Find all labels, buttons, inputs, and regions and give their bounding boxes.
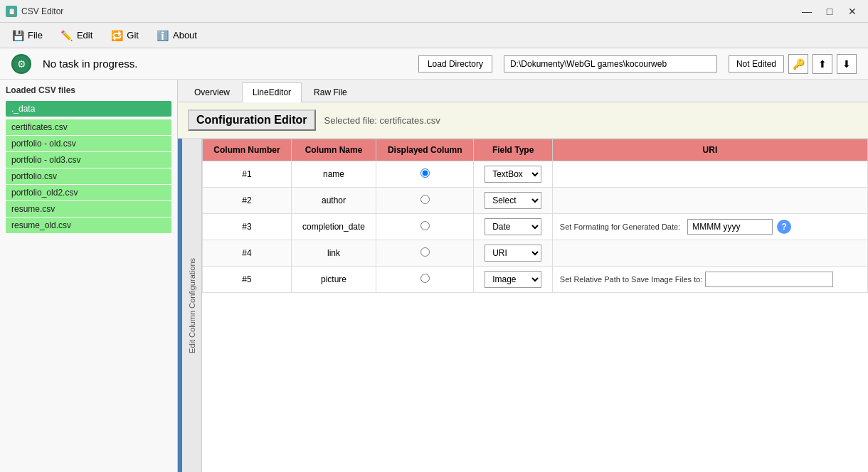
file-item-portfolio-old2[interactable]: portfolio_old2.csv: [6, 185, 171, 200]
status-bar: ⚙ No task in progress. Load Directory No…: [0, 48, 868, 80]
menu-item-edit[interactable]: ✏️ Edit: [52, 26, 102, 45]
image-path-input-4[interactable]: [705, 272, 833, 287]
config-table: Column Number Column Name Displayed Colu…: [202, 139, 868, 293]
config-editor-title: Configuration Editor: [188, 109, 316, 131]
col-displayed-3[interactable]: [376, 240, 474, 267]
col-name-3: link: [291, 240, 376, 267]
col-uri-4: Set Relative Path to Save Image Files to…: [552, 267, 867, 293]
window-controls: — □ ✕: [797, 4, 862, 18]
table-row: #4linkTextBoxSelectDateURIImage: [203, 240, 868, 267]
col-displayed-1[interactable]: [376, 188, 474, 214]
fieldtype-select-2[interactable]: TextBoxSelectDateURIImage: [485, 218, 541, 235]
tab-overview[interactable]: Overview: [184, 82, 240, 102]
key-icon-button[interactable]: 🔑: [788, 54, 808, 74]
upload-icon-button[interactable]: ⬆: [813, 54, 832, 74]
file-item-resume-old[interactable]: resume_old.csv: [6, 218, 171, 233]
tab-lineeditor[interactable]: LineEditor: [242, 82, 302, 102]
col-name-0: name: [291, 161, 376, 188]
col-fieldtype-2[interactable]: TextBoxSelectDateURIImage: [474, 214, 552, 240]
col-number-3: #4: [203, 240, 292, 267]
fieldtype-select-0[interactable]: TextBoxSelectDateURIImage: [485, 166, 541, 183]
close-button[interactable]: ✕: [842, 4, 862, 18]
app-icon: 📋: [6, 6, 17, 17]
displayed-radio-1[interactable]: [420, 195, 430, 204]
app-title: CSV Editor: [21, 6, 797, 16]
col-displayed-4[interactable]: [376, 267, 474, 293]
fieldtype-select-4[interactable]: TextBoxSelectDateURIImage: [485, 271, 541, 288]
col-name-1: author: [291, 188, 376, 214]
col-name-4: picture: [291, 267, 376, 293]
col-uri-2: Set Formating for Generated Date:?: [552, 214, 867, 240]
about-menu-label: About: [173, 30, 197, 41]
tabs: Overview LineEditor Raw File: [178, 80, 868, 102]
col-fieldtype-1[interactable]: TextBoxSelectDateURIImage: [474, 188, 552, 214]
col-header-displayed: Displayed Column: [376, 139, 474, 161]
tab-rawfile[interactable]: Raw File: [303, 82, 358, 102]
config-area: Configuration Editor Selected file: cert…: [178, 102, 868, 472]
date-help-icon-2[interactable]: ?: [777, 220, 791, 234]
about-menu-icon: ℹ️: [157, 30, 169, 41]
table-row: #5pictureTextBoxSelectDateURIImageSet Re…: [203, 267, 868, 293]
git-menu-icon: 🔁: [111, 30, 122, 41]
side-content: Edit Column Configurations Column Number…: [178, 139, 868, 472]
image-path-label-4: Set Relative Path to Save Image Files to…: [560, 275, 703, 284]
file-list: certificates.csv portfolio - old.csv por…: [6, 119, 171, 233]
col-fieldtype-3[interactable]: TextBoxSelectDateURIImage: [474, 240, 552, 267]
fieldtype-select-3[interactable]: TextBoxSelectDateURIImage: [485, 245, 541, 262]
table-area: Column Number Column Name Displayed Colu…: [202, 139, 868, 472]
col-name-2: completion_date: [291, 214, 376, 240]
displayed-radio-2[interactable]: [420, 221, 430, 230]
file-item-portfolio-old3[interactable]: portfolio - old3.csv: [6, 152, 171, 168]
col-header-fieldtype: Field Type: [474, 139, 552, 161]
displayed-radio-3[interactable]: [420, 247, 430, 257]
side-label-container: Edit Column Configurations: [182, 139, 202, 472]
displayed-radio-4[interactable]: [420, 274, 430, 283]
title-bar: 📋 CSV Editor — □ ✕: [0, 0, 868, 23]
edit-menu-label: Edit: [77, 30, 92, 41]
main-content: Loaded CSV files ._data certificates.csv…: [0, 80, 868, 472]
file-menu-label: File: [28, 30, 43, 41]
col-fieldtype-0[interactable]: TextBoxSelectDateURIImage: [474, 161, 552, 188]
menu-bar: 💾 File ✏️ Edit 🔁 Git ℹ️ About: [0, 23, 868, 48]
maximize-button[interactable]: □: [820, 4, 840, 18]
displayed-radio-0[interactable]: [420, 168, 430, 178]
date-format-label-2: Set Formating for Generated Date:: [560, 222, 680, 231]
menu-item-git[interactable]: 🔁 Git: [102, 26, 148, 45]
left-panel: Loaded CSV files ._data certificates.csv…: [0, 80, 178, 472]
selected-file-text: Selected file: certificates.csv: [324, 115, 440, 126]
table-row: #2authorTextBoxSelectDateURIImage: [203, 188, 868, 214]
right-panel: Overview LineEditor Raw File Configurati…: [178, 80, 868, 472]
side-label: Edit Column Configurations: [188, 258, 196, 353]
minimize-button[interactable]: —: [797, 4, 817, 18]
git-menu-label: Git: [127, 30, 139, 41]
file-item-portfolio-old[interactable]: portfolio - old.csv: [6, 136, 171, 151]
load-directory-button[interactable]: Load Directory: [418, 55, 492, 73]
col-displayed-0[interactable]: [376, 161, 474, 188]
col-header-name: Column Name: [291, 139, 376, 161]
file-item-resume[interactable]: resume.csv: [6, 201, 171, 217]
fieldtype-select-1[interactable]: TextBoxSelectDateURIImage: [485, 192, 541, 209]
file-item-certificates[interactable]: certificates.csv: [6, 119, 171, 135]
col-number-4: #5: [203, 267, 292, 293]
status-text: No task in progress.: [43, 58, 407, 70]
file-item-portfolio[interactable]: portfolio.csv: [6, 168, 171, 184]
config-header: Configuration Editor Selected file: cert…: [178, 102, 868, 139]
col-number-1: #2: [203, 188, 292, 214]
file-menu-icon: 💾: [12, 30, 23, 41]
status-right-controls: Not Edited 🔑 ⬆ ⬇: [729, 54, 857, 74]
status-icon: ⚙: [11, 54, 31, 74]
col-uri-1: [552, 188, 867, 214]
loaded-files-title: Loaded CSV files: [6, 85, 171, 95]
date-format-input-2[interactable]: [687, 219, 773, 235]
menu-item-file[interactable]: 💾 File: [3, 26, 52, 45]
file-tree-root[interactable]: ._data: [6, 101, 171, 117]
col-fieldtype-4[interactable]: TextBoxSelectDateURIImage: [474, 267, 552, 293]
col-displayed-2[interactable]: [376, 214, 474, 240]
directory-path-input[interactable]: [504, 55, 717, 73]
not-edited-badge: Not Edited: [729, 55, 784, 73]
table-row: #3completion_dateTextBoxSelectDateURIIma…: [203, 214, 868, 240]
col-number-0: #1: [203, 161, 292, 188]
col-uri-3: [552, 240, 867, 267]
download-icon-button[interactable]: ⬇: [837, 54, 857, 74]
menu-item-about[interactable]: ℹ️ About: [148, 26, 206, 45]
